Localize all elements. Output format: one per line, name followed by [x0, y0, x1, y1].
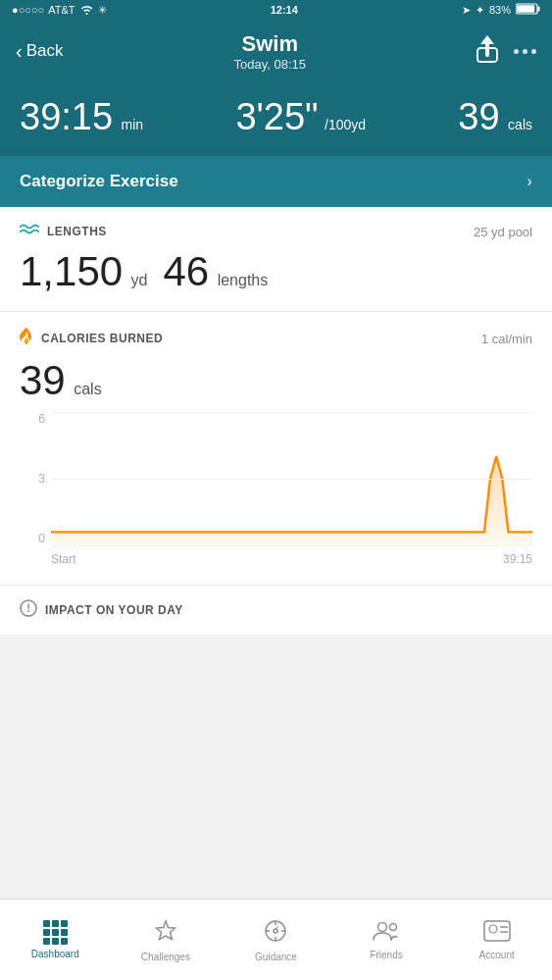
tab-friends-label: Friends [370, 950, 402, 960]
distance-unit: yd [131, 272, 148, 288]
tab-guidance[interactable]: Guidance [221, 918, 331, 962]
gridline-bottom [51, 545, 532, 546]
back-label: Back [26, 41, 64, 61]
dashboard-icon [43, 920, 68, 945]
battery-icon [516, 3, 540, 17]
svg-rect-2 [517, 5, 534, 13]
calories-block: 39 cals [458, 96, 532, 138]
nav-bar: ‹ Back Swim Today, 08:15 [0, 20, 552, 82]
wave-icon [20, 223, 39, 240]
status-bar: ●○○○○ AT&T ✳ 12:14 ➤ ✦ 83% [0, 0, 552, 20]
calories-header: CALORIES BURNED 1 cal/min [20, 328, 532, 349]
calories-section: CALORIES BURNED 1 cal/min 39 cals 6 3 0 [0, 312, 552, 586]
impact-section: IMPACT ON YOUR DAY [0, 586, 552, 635]
workout-subtitle: Today, 08:15 [233, 57, 305, 72]
calories-chart: 6 3 0 [20, 412, 532, 569]
duration-unit: min [122, 117, 144, 132]
chart-y-6: 6 [20, 412, 49, 426]
tab-dashboard[interactable]: Dashboard [0, 920, 111, 959]
brightness-icon: ✳ [98, 4, 107, 17]
location-icon: ➤ [462, 4, 471, 17]
duration-block: 39:15 min [20, 96, 143, 138]
carrier-label: AT&T [48, 4, 75, 16]
back-button[interactable]: ‹ Back [16, 40, 63, 63]
pace-block: 3'25" /100yd [235, 96, 366, 138]
tab-dashboard-label: Dashboard [31, 949, 79, 959]
nav-title: Swim Today, 08:15 [233, 31, 305, 72]
summary-calories-value: 39 [458, 96, 499, 137]
categorize-chevron-icon: › [527, 172, 532, 191]
tab-challenges-label: Challenges [141, 952, 190, 962]
pace-value: 3'25" [235, 96, 318, 137]
tab-bar: Dashboard Challenges Guidance [0, 899, 552, 980]
guidance-icon [263, 918, 288, 948]
gridline-mid [51, 479, 532, 480]
lengths-header: LENGTHS 25 yd pool [20, 223, 532, 240]
lengths-count-value: 46 [163, 248, 209, 294]
calories-rate-label: 1 cal/min [481, 332, 532, 346]
chart-area [51, 412, 532, 545]
impact-label: IMPACT ON YOUR DAY [45, 603, 183, 617]
categorize-label: Categorize Exercise [20, 172, 178, 191]
lengths-values: 1,150 yd 46 lengths [20, 248, 532, 295]
summary-calories-unit: cals [508, 117, 532, 132]
calories-unit: cals [74, 381, 101, 397]
summary-strip: 39:15 min 3'25" /100yd 39 cals [0, 82, 552, 156]
friends-icon [372, 920, 401, 946]
calories-value: 39 [20, 357, 66, 403]
chart-x-labels: Start 39:15 [51, 549, 532, 569]
tab-account[interactable]: Account [441, 920, 552, 960]
lengths-section-label: LENGTHS [20, 223, 107, 240]
more-menu-button[interactable] [514, 49, 536, 54]
challenges-icon [153, 918, 178, 948]
status-right: ➤ ✦ 83% [462, 3, 540, 17]
lengths-label-text: LENGTHS [47, 225, 107, 238]
nav-actions [477, 35, 536, 67]
svg-point-8 [27, 610, 29, 612]
svg-marker-9 [156, 921, 175, 940]
battery-label: 83% [489, 4, 511, 16]
chart-y-labels: 6 3 0 [20, 412, 49, 545]
categorize-banner[interactable]: Categorize Exercise › [0, 156, 552, 207]
distance-value: 1,150 [20, 248, 123, 294]
chart-y-0: 0 [20, 532, 49, 545]
calories-section-label: CALORIES BURNED [20, 328, 163, 349]
gridline-top [51, 412, 532, 413]
svg-rect-3 [485, 43, 489, 57]
svg-marker-4 [480, 35, 494, 44]
bluetooth-icon: ✦ [476, 4, 484, 17]
wifi-icon [79, 4, 94, 17]
share-button[interactable] [477, 35, 498, 67]
status-time: 12:14 [271, 4, 298, 16]
main-content: LENGTHS 25 yd pool 1,150 yd 46 lengths [0, 207, 552, 635]
chart-x-end: 39:15 [503, 552, 532, 566]
workout-title: Swim [233, 31, 305, 57]
svg-point-17 [378, 922, 387, 931]
svg-point-11 [274, 929, 277, 933]
back-chevron-icon: ‹ [16, 40, 23, 63]
svg-point-18 [390, 923, 397, 930]
lengths-count-unit: lengths [218, 272, 269, 288]
chart-y-3: 3 [20, 472, 49, 486]
svg-rect-1 [537, 7, 539, 12]
tab-friends[interactable]: Friends [331, 920, 442, 960]
distance-block: 1,150 yd [20, 248, 147, 295]
chart-x-start: Start [51, 552, 75, 566]
account-icon [483, 920, 511, 946]
calories-value-block: 39 cals [20, 357, 532, 404]
tab-account-label: Account [479, 950, 515, 960]
flame-icon [20, 328, 33, 349]
pace-unit: /100yd [325, 117, 366, 132]
impact-icon [20, 599, 37, 621]
calories-label-text: CALORIES BURNED [41, 332, 163, 345]
signal-dots: ●○○○○ [12, 4, 44, 16]
tab-guidance-label: Guidance [255, 952, 297, 962]
tab-challenges[interactable]: Challenges [111, 918, 222, 962]
status-left: ●○○○○ AT&T ✳ [12, 4, 107, 17]
lengths-count-block: 46 lengths [163, 248, 268, 295]
lengths-section: LENGTHS 25 yd pool 1,150 yd 46 lengths [0, 207, 552, 312]
svg-point-20 [489, 925, 497, 933]
duration-value: 39:15 [20, 96, 113, 137]
svg-line-16 [276, 926, 278, 929]
pool-label: 25 yd pool [474, 225, 532, 239]
